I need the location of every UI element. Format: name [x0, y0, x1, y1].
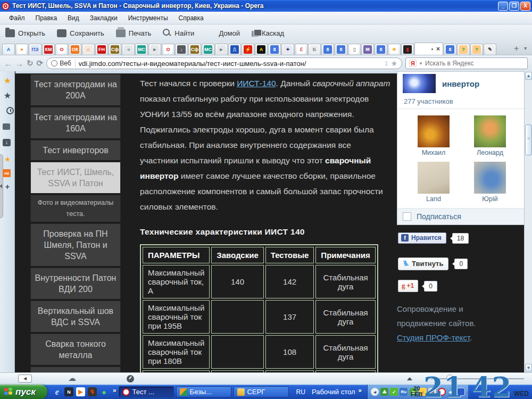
member-avatar[interactable] — [474, 115, 506, 147]
sidebar-item-2[interactable]: Тест инверторов — [30, 140, 121, 161]
favicon-tab-16[interactable]: ► — [215, 44, 228, 55]
menu-item-0[interactable]: Файл — [4, 13, 30, 23]
toolbar-button-print[interactable]: Печать — [116, 29, 152, 37]
menu-item-1[interactable]: Правка — [31, 13, 62, 23]
favicon-tab-5[interactable]: ОК — [69, 44, 81, 55]
task-button-1[interactable]: Безы... — [176, 386, 231, 397]
member-1[interactable]: Леонард — [463, 115, 517, 156]
sidebar-item-6[interactable]: Внутренности Патон ВДИ 200 — [30, 268, 121, 300]
toolbar-button-casc[interactable]: Каскад — [252, 29, 284, 37]
favicon-tab-26[interactable]: ▯ — [348, 44, 361, 55]
history-clock-icon[interactable] — [6, 107, 14, 114]
favicon-tab-32[interactable]: 8 — [444, 44, 456, 55]
community-title[interactable]: инвертор — [442, 79, 479, 88]
member-0[interactable]: Михаил — [407, 115, 460, 156]
sidebar-item-0[interactable]: Тест электродами на 200А — [30, 74, 121, 106]
favicon-tab-17[interactable]: ⎍ — [228, 44, 241, 55]
quicklaunch-fire-icon[interactable]: ↯ — [88, 387, 97, 396]
tray-land-icon[interactable]: ⛰︎ — [380, 388, 388, 396]
member-2[interactable]: Land — [407, 162, 460, 203]
back-icon[interactable]: ← — [4, 59, 12, 68]
toolbar-button-save[interactable]: Сохранить — [57, 29, 104, 37]
close-button[interactable]: X — [520, 2, 530, 11]
fastforward-icon[interactable]: ⟳ — [37, 59, 44, 68]
favicon-tab-22[interactable]: ℰ — [295, 44, 307, 55]
quicklaunch-ie-icon[interactable]: e — [53, 387, 62, 396]
tray-back-icon[interactable]: ◂ — [371, 388, 379, 396]
start-button[interactable]: пуск — [0, 385, 47, 399]
toolbar-button-find[interactable]: Найти — [163, 29, 194, 37]
menu-item-2[interactable]: Вид — [63, 13, 84, 23]
favicon-tab-35[interactable]: ✎ — [484, 44, 496, 55]
prof-text-link[interactable]: Студия ПРОФ-текст — [397, 333, 470, 342]
panel-toggle-button[interactable]: ◀ — [18, 375, 32, 383]
add-panel-icon[interactable]: + — [3, 182, 12, 192]
member-name[interactable]: Юрій — [463, 195, 517, 203]
favicon-tab-3[interactable]: КМ — [42, 44, 55, 55]
favicon-tab-7[interactable]: FH — [95, 44, 108, 55]
member-name[interactable]: Леонард — [463, 149, 517, 156]
community-photo[interactable] — [403, 74, 436, 93]
scrollbar-thumb[interactable] — [525, 124, 532, 155]
favicon-tab-13[interactable]: ↓ — [175, 44, 188, 55]
member-avatar[interactable] — [474, 162, 506, 194]
member-avatar[interactable] — [418, 115, 450, 147]
favicon-tab-14[interactable]: Сф — [188, 44, 201, 55]
member-avatar[interactable] — [418, 162, 450, 194]
bookmarks-star-icon[interactable]: ★ — [3, 76, 12, 85]
sidebar-item-7[interactable]: Вертикальный шов ВДС и SSVA — [30, 301, 121, 332]
favicon-tab-27[interactable]: ✉ — [361, 44, 374, 55]
quicklaunch-dark-icon[interactable]: N — [64, 387, 73, 396]
favicon-tab-12[interactable]: О — [162, 44, 174, 55]
favicon-tab-21[interactable]: ✦ — [281, 44, 294, 55]
rss-icon[interactable]: ⟟ — [385, 60, 387, 67]
toolbar-button-home[interactable]: Домой — [206, 29, 240, 37]
gauge-icon[interactable] — [127, 375, 134, 383]
search-input[interactable] — [425, 60, 524, 67]
favicon-tab-18[interactable]: ⚡ — [242, 44, 254, 55]
menu-item-4[interactable]: Инструменты — [123, 13, 173, 23]
notes-icon[interactable] — [3, 123, 10, 130]
desktop-toolbar-label[interactable]: Рабочий стол — [312, 388, 355, 396]
subscribe-checkbox[interactable] — [403, 212, 411, 221]
tab-close-icon[interactable]: × — [436, 45, 440, 53]
subscribe-label[interactable]: Подписаться — [417, 212, 461, 221]
task-button-0[interactable]: Тест ... — [119, 386, 174, 397]
toolbar-button-folder[interactable]: Открыть — [5, 29, 45, 37]
member-name[interactable]: Михаил — [407, 149, 460, 156]
favicon-tab-33[interactable]: ? — [457, 44, 470, 55]
quicklaunch-green-icon[interactable]: ● — [99, 387, 109, 396]
task-button-2[interactable]: СЕРГ — [234, 386, 289, 397]
facebook-like-button[interactable]: f Нравится — [398, 232, 446, 244]
desktop-overflow-icon[interactable]: » — [359, 387, 362, 394]
web-badge[interactable]: Веб — [51, 60, 75, 67]
google-plus-one-button[interactable]: g +1 — [398, 280, 418, 292]
favicon-tab-8[interactable]: Сф — [109, 44, 121, 55]
favicon-tab-9[interactable]: ◄ — [122, 44, 135, 55]
favicon-tab-15[interactable]: МС — [202, 44, 214, 55]
search-engine-dropdown-icon[interactable]: ▼ — [419, 61, 423, 66]
quicklaunch-play-icon[interactable]: ▶ — [76, 387, 85, 396]
new-tab-icon[interactable]: + — [514, 44, 519, 53]
active-tab[interactable]: × — [414, 43, 443, 55]
favicon-tab-23[interactable]: Б — [308, 44, 321, 55]
tweet-button[interactable]: 🐦︎ Твитнуть — [398, 257, 448, 270]
url-text[interactable]: vdi.jimdo.com/тесты-и-видеоматериалы/тес… — [79, 60, 382, 68]
url-field[interactable]: Веб vdi.jimdo.com/тесты-и-видеоматериалы… — [46, 57, 402, 69]
reload-icon[interactable]: ↻ — [27, 59, 34, 68]
favicon-tab-0[interactable]: А — [2, 44, 15, 55]
forward-icon[interactable]: → — [15, 59, 23, 68]
favicon-tab-6[interactable]: ⌂ — [82, 44, 95, 55]
member-3[interactable]: Юрій — [463, 162, 517, 203]
menu-item-5[interactable]: Справка — [174, 13, 209, 23]
minimize-button[interactable]: _ — [498, 2, 508, 11]
tray-ru-icon[interactable]: Ru — [400, 388, 408, 396]
search-field[interactable]: Я ▼ — [405, 57, 528, 69]
downloads-icon[interactable]: ↓ — [3, 139, 11, 146]
favicon-tab-28[interactable]: 8 — [375, 44, 387, 55]
restore-button[interactable]: ❐ — [509, 2, 519, 11]
favicon-tab-2[interactable]: ПЭ — [29, 44, 41, 55]
favicon-tab-30[interactable]: ▮ — [401, 44, 414, 55]
vertical-scrollbar[interactable]: ▲ ▼ — [524, 71, 532, 372]
tab-list-icon[interactable]: ▾ — [524, 45, 527, 51]
